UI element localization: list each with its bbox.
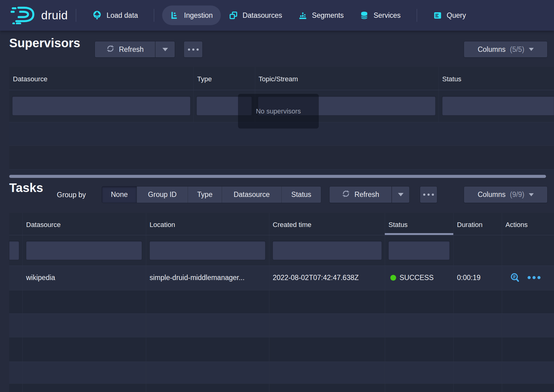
tasks-id-filter-input[interactable] — [9, 241, 19, 260]
table-row — [9, 145, 554, 170]
supervisors-col-header-datasource[interactable]: Datasource — [13, 75, 48, 83]
supervisors-more-button[interactable] — [184, 41, 202, 57]
cell-status: SUCCESS — [390, 274, 434, 282]
table-row — [9, 383, 554, 392]
supervisors-col-header-status[interactable]: Status — [442, 75, 461, 83]
columns-label: Columns — [478, 45, 505, 54]
task-actions-more-icon[interactable] — [527, 275, 541, 281]
columns-count: (9/9) — [510, 190, 524, 199]
supervisors-table: Datasource Type Topic/Stream Status No s… — [9, 67, 554, 174]
tasks-col-header-duration[interactable]: Duration — [457, 221, 482, 229]
cell-duration: 0:00:19 — [457, 274, 481, 282]
tasks-more-button[interactable] — [420, 186, 437, 203]
druid-logo-icon — [10, 5, 37, 25]
table-row — [9, 362, 554, 384]
tasks-created-time-filter-input[interactable] — [273, 241, 382, 260]
task-detail-search-icon[interactable] — [510, 272, 520, 284]
ingestion-icon — [170, 11, 179, 20]
group-by-button-group: None Group ID Type Datasource Status — [102, 186, 321, 203]
refresh-label: Refresh — [354, 190, 379, 199]
tasks-location-filter-input[interactable] — [150, 241, 265, 260]
status-text: SUCCESS — [400, 274, 434, 282]
supervisors-columns-button[interactable]: Columns (5/5) — [464, 41, 547, 57]
nav-item-label: Segments — [312, 11, 344, 20]
table-row — [9, 337, 554, 362]
column-divider — [269, 213, 269, 392]
nav-divider — [417, 9, 417, 22]
nav-item-services[interactable]: Services — [352, 6, 408, 25]
tasks-datasource-filter-input[interactable] — [26, 241, 142, 260]
success-status-dot — [390, 275, 396, 281]
nav-item-query[interactable]: Query — [425, 6, 474, 25]
cell-location: simple-druid-middlemanager... — [150, 274, 244, 282]
supervisors-col-header-type[interactable]: Type — [197, 75, 212, 83]
nav-item-label: Ingestion — [184, 11, 213, 20]
column-divider — [453, 213, 454, 392]
tasks-col-header-actions[interactable]: Actions — [505, 221, 528, 229]
group-by-status-button[interactable]: Status — [282, 186, 321, 203]
chevron-down-icon — [529, 193, 534, 196]
columns-count: (5/5) — [510, 45, 524, 54]
nav-item-segments[interactable]: Segments — [290, 6, 352, 25]
nav-item-label: Load data — [107, 11, 138, 20]
top-nav: druid Load data Ingestion — [0, 0, 554, 31]
cell-datasource: wikipedia — [26, 274, 55, 282]
nav-item-load-data[interactable]: Load data — [84, 6, 146, 25]
group-by-datasource-button[interactable]: Datasource — [222, 186, 282, 203]
tasks-columns-button[interactable]: Columns (9/9) — [464, 186, 547, 203]
table-row — [9, 169, 554, 175]
nav-item-datasources[interactable]: Datasources — [221, 6, 290, 25]
nav-item-ingestion[interactable]: Ingestion — [162, 6, 220, 25]
column-divider — [502, 213, 502, 392]
tasks-col-header-location[interactable]: Location — [150, 221, 175, 229]
query-icon — [433, 11, 442, 20]
tasks-refresh-dropdown-button[interactable] — [392, 186, 409, 203]
more-icon — [423, 194, 434, 196]
chevron-down-icon — [162, 48, 168, 51]
druid-logo[interactable]: druid — [10, 5, 68, 25]
supervisors-datasource-filter-input[interactable] — [12, 96, 190, 115]
supervisors-refresh-button[interactable]: Refresh — [95, 41, 155, 57]
supervisors-col-header-topic-stream[interactable]: Topic/Stream — [259, 75, 298, 83]
chevron-down-icon — [529, 48, 534, 51]
supervisors-refresh-dropdown-button[interactable] — [155, 41, 175, 57]
datasources-icon — [229, 11, 238, 20]
columns-label: Columns — [478, 190, 505, 199]
supervisors-status-filter-input[interactable] — [442, 96, 554, 115]
refresh-icon — [106, 44, 115, 55]
services-icon — [360, 11, 369, 20]
tasks-table: Datasource Location Created time Status … — [9, 213, 554, 392]
supervisors-horizontal-scrollbar[interactable] — [9, 175, 546, 178]
header-divider — [9, 235, 554, 235]
column-divider — [22, 213, 23, 392]
tasks-refresh-button[interactable]: Refresh — [330, 186, 392, 203]
nav-item-label: Datasources — [243, 11, 282, 20]
nav-item-label: Services — [373, 11, 400, 20]
tasks-col-header-created-time[interactable]: Created time — [273, 221, 311, 229]
tasks-status-filter-input[interactable] — [388, 241, 450, 260]
segments-icon — [298, 11, 307, 20]
supervisors-title: Supervisors — [9, 36, 80, 50]
chevron-down-icon — [398, 193, 404, 196]
nav-divider — [76, 9, 76, 22]
tasks-col-header-datasource[interactable]: Datasource — [26, 221, 61, 229]
brand-wordmark: druid — [41, 9, 68, 22]
nav-item-label: Query — [447, 11, 466, 20]
nav-divider — [154, 9, 154, 22]
more-icon — [188, 48, 199, 51]
load-data-icon — [92, 10, 102, 20]
group-by-type-button[interactable]: Type — [188, 186, 222, 203]
group-by-group-id-button[interactable]: Group ID — [137, 186, 188, 203]
refresh-icon — [342, 190, 350, 200]
tasks-title: Tasks — [9, 181, 43, 195]
table-row — [9, 290, 554, 314]
no-supervisors-message: No supervisors — [256, 107, 301, 115]
header-divider — [9, 90, 554, 90]
refresh-label: Refresh — [119, 45, 144, 54]
column-divider — [146, 213, 146, 392]
group-by-label: Group by — [57, 191, 86, 199]
group-by-none-button[interactable]: None — [102, 186, 137, 203]
tasks-col-header-status[interactable]: Status — [388, 221, 408, 229]
column-divider — [385, 213, 385, 392]
table-row — [9, 313, 554, 337]
